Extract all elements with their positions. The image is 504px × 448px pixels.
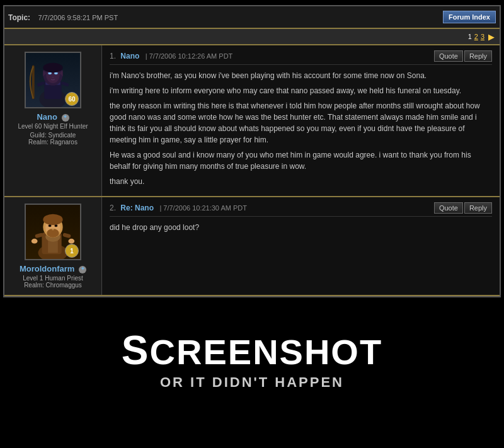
post-title-2: 2. Re: Nano | 7/7/2006 10:21:30 AM PDT (110, 204, 247, 212)
user-class-1: Level 60 Night Elf Hunter (18, 123, 88, 130)
post-actions-1: Quote Reply (434, 50, 492, 62)
user-icon-1: ✦ (62, 114, 69, 122)
level-badge-1: 60 (65, 92, 79, 106)
user-realm-2: Realm: Chromaggus (24, 282, 82, 289)
user-realm-1: Realm: Ragnaros (28, 139, 77, 146)
svg-point-35 (68, 239, 74, 244)
username-1: Nano ✦ (37, 112, 69, 122)
user-col-2: 1 Moroldonfarm ✦ Level 1 Human Priest Re… (4, 197, 102, 295)
post-2: 1 Moroldonfarm ✦ Level 1 Human Priest Re… (4, 197, 500, 296)
avatar-1: 60 (25, 52, 81, 108)
avatar-2: 1 (25, 204, 81, 260)
svg-point-9 (49, 72, 51, 74)
post-1: 60 Nano ✦ Level 60 Night Elf Hunter Guil… (4, 45, 500, 197)
quote-button-2[interactable]: Quote (434, 202, 463, 214)
svg-point-31 (52, 229, 54, 231)
svg-point-13 (43, 63, 62, 73)
post-date-2: | 7/7/2006 10:21:30 AM PDT (159, 204, 247, 212)
forum-header: Topic: 7/7/2006 9:58:21 PM PST Forum Ind… (4, 6, 500, 29)
svg-point-34 (32, 239, 38, 244)
topic-label: Topic: (8, 13, 30, 22)
screenshot-title: SCREENSHOT (122, 330, 382, 370)
post-date-1: | 7/7/2006 10:12:26 AM PDT (146, 52, 233, 60)
reply-button-2[interactable]: Reply (464, 202, 492, 214)
svg-point-10 (55, 72, 57, 74)
svg-point-29 (49, 225, 51, 226)
username-2: Moroldonfarm ✦ (20, 264, 86, 273)
post-body-2: did he drop any good loot? (110, 222, 492, 233)
page-2-link[interactable]: 2 (474, 33, 478, 40)
post-num-1: 1. (110, 52, 116, 60)
page-3-link[interactable]: 3 (481, 33, 484, 40)
page-next-arrow[interactable]: ▶ (488, 32, 495, 42)
topic-info: Topic: 7/7/2006 9:58:21 PM PST (8, 11, 118, 23)
pagination-bar: 1 2 3 ▶ (4, 29, 500, 45)
svg-point-30 (55, 225, 57, 226)
user-guild-1: Guild: Syndicate (30, 132, 76, 139)
post-header-1: 1. Nano | 7/7/2006 10:12:26 AM PDT Quote… (110, 50, 492, 65)
post-col-1: 1. Nano | 7/7/2006 10:12:26 AM PDT Quote… (102, 45, 500, 196)
post-actions-2: Quote Reply (434, 202, 492, 214)
user-icon-2: ✦ (79, 266, 86, 273)
post-title-1: 1. Nano | 7/7/2006 10:12:26 AM PDT (110, 52, 232, 60)
user-class-2: Level 1 Human Priest (23, 275, 83, 282)
user-col-1: 60 Nano ✦ Level 60 Night Elf Hunter Guil… (4, 45, 102, 196)
post-num-2: 2. (110, 204, 116, 212)
page-1-link[interactable]: 1 (468, 33, 472, 40)
svg-point-26 (43, 214, 62, 226)
poster-name-1: Nano (120, 52, 139, 60)
level-badge-2: 1 (65, 244, 79, 258)
post-body-1: i'm Nano's brother, as you know i've bee… (110, 70, 492, 187)
post-header-2: 2. Re: Nano | 7/7/2006 10:21:30 AM PDT Q… (110, 202, 492, 217)
topic-date: 7/7/2006 9:58:21 PM PST (38, 14, 118, 21)
screenshot-subtitle: or it didn't happen (160, 374, 344, 391)
screenshot-area: SCREENSHOT or it didn't happen (0, 297, 504, 423)
re-title-2: Re: Nano (120, 204, 154, 212)
post-col-2: 2. Re: Nano | 7/7/2006 10:21:30 AM PDT Q… (102, 197, 500, 295)
forum-index-button[interactable]: Forum Index (443, 11, 496, 23)
svg-point-17 (52, 77, 54, 78)
quote-button-1[interactable]: Quote (434, 50, 463, 62)
forum-container: Topic: 7/7/2006 9:58:21 PM PST Forum Ind… (3, 5, 501, 297)
reply-button-1[interactable]: Reply (464, 50, 492, 62)
